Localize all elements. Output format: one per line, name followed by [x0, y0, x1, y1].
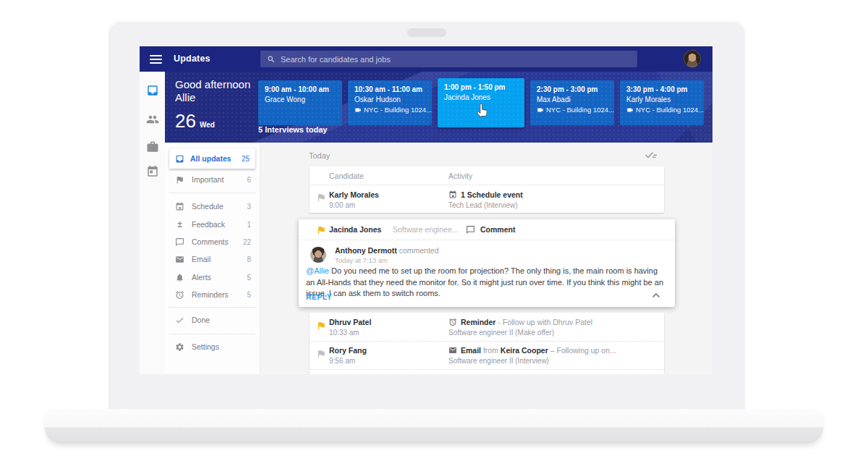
- interview-location: NYC - Building 1024...: [636, 106, 704, 114]
- candidate-time: 9:00 am: [329, 201, 379, 209]
- sidebar-item-email[interactable]: Email 8: [165, 251, 260, 267]
- greeting-line2: Allie: [175, 91, 250, 104]
- column-activity: Activity: [448, 172, 472, 180]
- sidebar-item-label: Schedule: [192, 202, 239, 211]
- sidebar-item-label: All updates: [190, 154, 236, 163]
- flag-icon[interactable]: [316, 193, 326, 203]
- updates-inbox-icon: [175, 154, 184, 164]
- user-avatar[interactable]: [684, 50, 701, 67]
- flag-icon[interactable]: [316, 321, 326, 331]
- sidebar-item-label: Alerts: [192, 273, 239, 282]
- flag-icon[interactable]: [316, 349, 326, 359]
- email-icon: [175, 255, 184, 264]
- sidebar-item-count: 25: [242, 155, 250, 163]
- candidate-role: Software enginee...: [393, 225, 458, 234]
- reply-button[interactable]: REPLY: [306, 292, 332, 301]
- activity-type: Reminder: [461, 318, 495, 326]
- mark-all-done-icon[interactable]: [644, 149, 658, 161]
- alarm-clock-icon: [175, 290, 184, 300]
- updates-sidebar: All updates 25 Important 6 Schedule 3 ±: [165, 143, 260, 374]
- gear-icon: [175, 342, 184, 352]
- sidebar-item-reminders[interactable]: Reminders 5: [165, 287, 260, 303]
- updates-feed: Today Candidate Activity Karly Morales 9…: [260, 143, 712, 374]
- sidebar-item-comments[interactable]: Comments 22: [165, 234, 260, 250]
- comment-action: commented: [397, 246, 439, 255]
- sidebar-item-label: Reminders: [192, 290, 239, 299]
- sidebar-item-settings[interactable]: Settings: [165, 339, 260, 355]
- interview-time: 10:30 am - 11:00 am: [354, 85, 425, 93]
- sidebar-divider: [169, 334, 255, 334]
- interview-card[interactable]: 9:00 am - 10:00 am Grace Wong: [258, 80, 342, 125]
- interview-card[interactable]: 3:30 pm - 4:00 pm Karly Morales NYC - Bu…: [620, 80, 704, 125]
- comment-card[interactable]: Jacinda Jones Software enginee... Commen…: [299, 219, 675, 307]
- updates-inbox-icon: [146, 84, 159, 97]
- rail-item-updates[interactable]: [140, 77, 165, 104]
- flag-icon: [175, 175, 184, 185]
- email-icon: [448, 346, 457, 355]
- search-bar[interactable]: [260, 51, 637, 67]
- activity-list-card[interactable]: Dhruv Patel 10:33 am Reminder - Follow u…: [310, 313, 664, 374]
- sidebar-item-feedback[interactable]: ± Feedback 1: [165, 216, 260, 232]
- sidebar-item-label: Comments: [192, 237, 236, 246]
- sidebar-item-count: 1: [247, 221, 251, 229]
- search-input[interactable]: [281, 55, 631, 64]
- sidebar-item-important[interactable]: Important 6: [165, 172, 260, 187]
- interview-card[interactable]: 2:30 pm - 3:00 pm Max Abadi NYC - Buildi…: [530, 80, 614, 125]
- table-header: Candidate Activity: [310, 166, 664, 185]
- laptop-base: [45, 409, 823, 444]
- sidebar-item-label: Email: [192, 255, 239, 263]
- sidebar-item-done[interactable]: Done: [165, 312, 260, 328]
- rail-item-calendar[interactable]: [140, 159, 165, 185]
- videocam-icon: [354, 106, 362, 114]
- sidebar-divider: [169, 193, 255, 193]
- videocam-icon: [626, 106, 634, 114]
- sidebar-item-all-updates[interactable]: All updates 25: [169, 148, 255, 169]
- videocam-icon: [537, 106, 544, 114]
- interview-candidate: Karly Morales: [626, 96, 697, 104]
- interview-card-selected[interactable]: 1:00 pm - 1:50 pm Jacinda Jones: [438, 78, 524, 127]
- candidate-cell: Rory Fang 9:56 am: [329, 346, 367, 365]
- activity-cell: Reminder - Follow up with Dhruv Patel So…: [448, 318, 592, 337]
- commenter-avatar: [310, 247, 326, 263]
- activity-type-label: Comment: [480, 225, 515, 234]
- hamburger-menu-icon[interactable]: [150, 55, 162, 64]
- interview-time: 9:00 am - 10:00 am: [265, 85, 336, 93]
- candidate-cell: Dhruv Patel 10:33 am: [329, 318, 371, 337]
- schedule-calendar-icon: [448, 190, 457, 199]
- schedule-event-card[interactable]: Candidate Activity Karly Morales 9:00 am…: [310, 166, 664, 213]
- rail-item-jobs[interactable]: [140, 134, 165, 160]
- activity-title: 1 Schedule event: [461, 190, 523, 199]
- flag-icon[interactable]: [316, 225, 326, 235]
- rail-item-candidates[interactable]: [140, 106, 165, 132]
- sidebar-item-alerts[interactable]: Alerts 5: [165, 269, 260, 285]
- comment-icon: [175, 237, 184, 247]
- comment-text: Do you need me to set up the room for pr…: [306, 266, 663, 297]
- sidebar-item-label: Important: [192, 175, 239, 184]
- hero-banner: Good afternoon Allie 26 Wed 5 Interviews…: [165, 72, 712, 143]
- nav-rail: [140, 72, 165, 374]
- candidate-time: 10:33 am: [329, 329, 371, 337]
- comment-timestamp: Today at 7:13 am: [335, 256, 439, 264]
- mention-link[interactable]: @Allie: [306, 266, 329, 275]
- interview-candidate: Max Abadi: [537, 96, 608, 104]
- candidate-name: Karly Morales: [329, 190, 379, 199]
- calendar-icon: [146, 165, 159, 178]
- schedule-calendar-icon: [175, 202, 184, 211]
- date-day: 26: [175, 110, 196, 132]
- collapse-chevron-up-icon[interactable]: [652, 291, 660, 300]
- jobs-briefcase-icon: [146, 140, 159, 153]
- candidate-name: Jacinda Jones: [329, 225, 381, 234]
- app-screen: Updates: [140, 46, 712, 374]
- activity-cell: Email from Keira Cooper – Following up o…: [448, 346, 616, 365]
- sidebar-item-schedule[interactable]: Schedule 3: [165, 198, 260, 214]
- sidebar-item-count: 5: [247, 291, 251, 299]
- comment-body: @Allie Do you need me to set up the room…: [306, 266, 668, 300]
- email-sender: Keira Cooper: [501, 346, 548, 355]
- greeting-line1: Good afternoon: [175, 78, 250, 91]
- interview-card[interactable]: 10:30 am - 11:00 am Oskar Hudson NYC - B…: [348, 80, 432, 125]
- candidate-name: Dhruv Patel: [329, 318, 371, 326]
- interview-candidate: Grace Wong: [265, 96, 336, 104]
- page-title: Updates: [174, 54, 210, 64]
- sidebar-item-label: Feedback: [192, 220, 239, 229]
- sidebar-divider: [169, 170, 255, 171]
